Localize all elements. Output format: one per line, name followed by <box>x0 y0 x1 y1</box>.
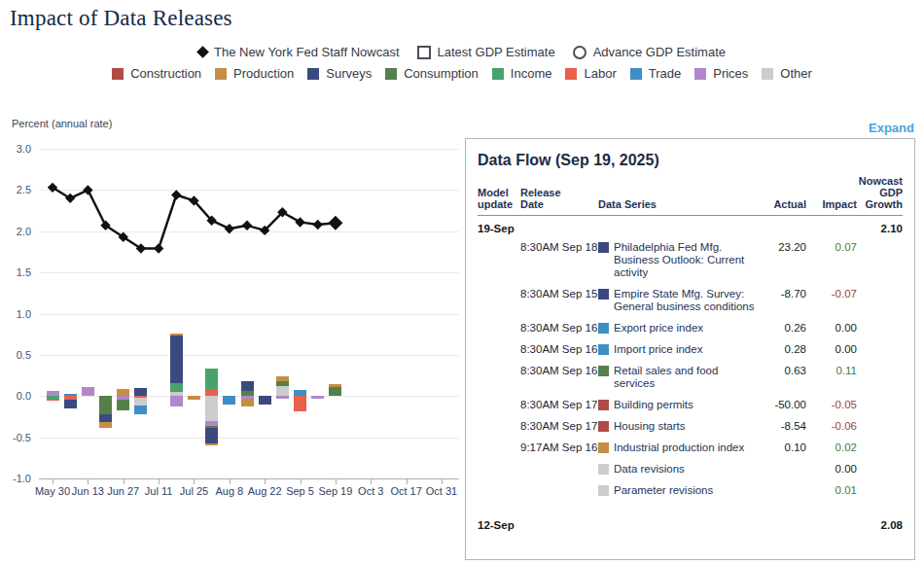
actual-value: -8.70 <box>758 288 806 300</box>
category-swatch-icon <box>385 68 397 80</box>
data-series-name: Philadelphia Fed Mfg. Business Outlook: … <box>614 241 758 279</box>
column-header: Release Date <box>520 187 598 210</box>
data-series-name: Import price index <box>614 343 702 356</box>
legend-item-consumption[interactable]: Consumption <box>385 66 479 81</box>
legend-item-other[interactable]: Other <box>762 66 812 81</box>
data-release-row: 8:30AM Sep 15Empire State Mfg. Survey: G… <box>478 283 903 317</box>
legend-item-production[interactable]: Production <box>215 66 294 81</box>
y-axis-tick-label: 1.0 <box>0 308 31 320</box>
legend-label: Trade <box>649 66 681 81</box>
y-axis-tick-label: -1.0 <box>0 473 31 484</box>
data-series: Philadelphia Fed Mfg. Business Outlook: … <box>598 241 758 279</box>
column-header: Nowcast GDP Growth <box>857 175 903 210</box>
data-series-name: Housing starts <box>614 420 686 433</box>
nowcast-latest-point-marker[interactable] <box>328 216 342 230</box>
impact-value: -0.07 <box>806 288 857 300</box>
legend-label: Production <box>233 66 294 81</box>
model-update-row: 12-Sep2.08 <box>478 512 903 533</box>
release-date: 8:30AM Sep 16 <box>520 322 598 335</box>
legend-label: Consumption <box>404 66 479 81</box>
data-series-name: Empire State Mfg. Survey: General busine… <box>614 288 758 313</box>
data-flow-header-row: Model updateRelease DateData SeriesActua… <box>478 175 903 216</box>
y-axis-tick-label: 0.0 <box>0 390 31 402</box>
nowcast-point-marker[interactable] <box>225 224 234 233</box>
data-release-row: 9:17AM Sep 16Industrial production index… <box>478 437 903 458</box>
y-axis-tick-label: 3.0 <box>0 143 31 155</box>
square-outline-icon <box>417 46 431 59</box>
nowcast-point-marker[interactable] <box>313 220 323 230</box>
nowcast-point-marker[interactable] <box>65 194 75 203</box>
legend-item-latest-gdp-estimate[interactable]: Latest GDP Estimate <box>417 45 555 59</box>
category-swatch-icon <box>598 323 609 334</box>
legend-item-trade[interactable]: Trade <box>630 66 681 81</box>
x-axis-tick <box>301 479 302 484</box>
x-axis-tick <box>88 479 89 484</box>
impact-value: 0.02 <box>806 441 857 454</box>
legend-label: Labor <box>584 66 616 81</box>
expand-link[interactable]: Expand <box>869 121 914 135</box>
legend-item-the-new-york-fed-staff-nowcast[interactable]: The New York Fed Staff Nowcast <box>198 45 400 59</box>
release-date: 8:30AM Sep 16 <box>520 343 598 356</box>
group-spacer <box>478 501 903 512</box>
release-date: 9:17AM Sep 16 <box>520 441 598 454</box>
data-flow-table: Model updateRelease DateData SeriesActua… <box>478 175 903 533</box>
legend-item-construction[interactable]: Construction <box>112 66 201 81</box>
data-series: Retail sales and food services <box>598 365 758 390</box>
actual-value: -8.54 <box>758 420 806 433</box>
category-swatch-icon <box>694 68 706 80</box>
column-header: Actual <box>758 198 806 210</box>
category-swatch-icon <box>598 289 609 300</box>
nowcast-point-marker[interactable] <box>154 243 163 253</box>
diamond-icon <box>196 46 209 58</box>
legend-label: Construction <box>130 66 201 81</box>
impact-value: 0.01 <box>806 484 857 497</box>
impact-value: 0.00 <box>806 322 857 335</box>
impact-value: 0.07 <box>806 241 857 254</box>
y-axis-unit-label: Percent (annual rate) <box>12 118 112 129</box>
model-update-row: 19-Sep2.10 <box>478 216 903 236</box>
category-swatch-icon <box>598 442 609 453</box>
release-date: 8:30AM Sep 16 <box>520 365 598 377</box>
impact-value: -0.05 <box>806 399 857 411</box>
legend-item-advance-gdp-estimate[interactable]: Advance GDP Estimate <box>573 45 726 59</box>
data-series: Empire State Mfg. Survey: General busine… <box>598 288 758 313</box>
nowcast-point-marker[interactable] <box>48 183 57 193</box>
nowcast-line-chart <box>39 149 459 478</box>
nowcast-gdp-growth-value: 2.10 <box>857 223 903 234</box>
actual-value: 23.20 <box>758 241 806 254</box>
legend-item-surveys[interactable]: Surveys <box>307 66 372 81</box>
series-legend: The New York Fed Staff NowcastLatest GDP… <box>0 45 924 59</box>
x-axis-tick <box>124 479 124 484</box>
data-series: Building permits <box>598 399 758 411</box>
legend-label: The New York Fed Staff Nowcast <box>214 45 400 59</box>
column-header: Model update <box>478 187 520 210</box>
category-swatch-icon <box>598 421 609 432</box>
x-axis-tick <box>371 479 372 484</box>
legend-item-income[interactable]: Income <box>492 66 552 81</box>
legend-item-labor[interactable]: Labor <box>565 66 616 81</box>
y-axis-tick-label: 2.5 <box>0 184 31 195</box>
data-release-row: Data revisions0.00 <box>478 458 903 479</box>
x-axis-tick <box>442 479 443 484</box>
category-legend: ConstructionProductionSurveysConsumption… <box>0 66 924 81</box>
nowcast-gdp-growth-value: 2.08 <box>857 519 903 531</box>
release-date: 8:30AM Sep 17 <box>520 399 598 411</box>
data-series: Data revisions <box>598 463 758 476</box>
model-update-date: 19-Sep <box>478 223 520 234</box>
impact-value: 0.11 <box>806 365 857 377</box>
data-series: Industrial production index <box>598 441 758 454</box>
category-swatch-icon <box>492 68 504 80</box>
legend-item-prices[interactable]: Prices <box>694 66 748 81</box>
data-series-name: Building permits <box>614 399 693 411</box>
legend-label: Other <box>780 66 812 81</box>
release-date: 8:30AM Sep 15 <box>520 288 598 300</box>
nowcast-point-marker[interactable] <box>242 221 252 230</box>
legend-label: Income <box>511 66 552 81</box>
nowcast-point-marker[interactable] <box>83 185 92 194</box>
category-swatch-icon <box>598 242 609 253</box>
legend-label: Latest GDP Estimate <box>438 45 555 59</box>
nowcast-point-marker[interactable] <box>171 190 181 199</box>
x-axis-tick-label: Oct 31 <box>418 485 465 497</box>
column-header: Impact <box>806 198 857 210</box>
nowcast-point-marker[interactable] <box>295 217 304 227</box>
